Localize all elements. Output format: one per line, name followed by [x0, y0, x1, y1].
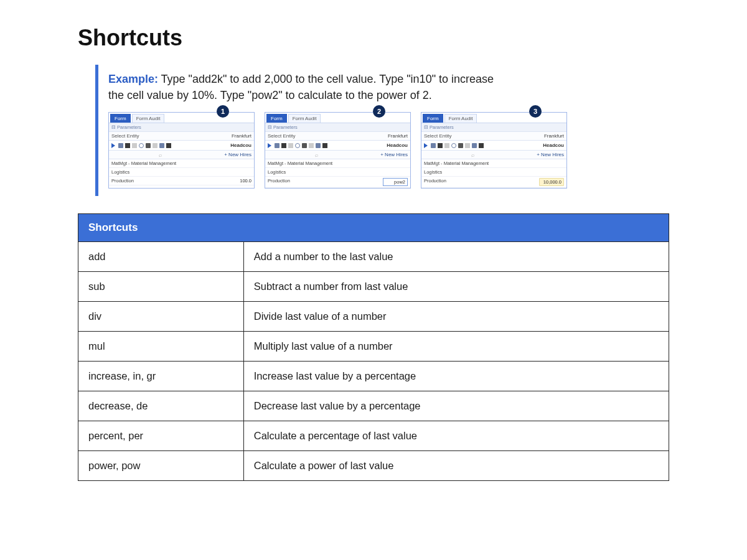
search-icon[interactable]: ⌕ [315, 152, 321, 158]
example-label: Example: [108, 73, 158, 85]
shortcut-key: percent, per [78, 421, 244, 451]
play-icon[interactable] [111, 143, 116, 148]
form-tabs: Form Form Audit [265, 113, 410, 123]
parameters-header: ⊟ Parameters [421, 123, 566, 132]
play-icon[interactable] [268, 143, 273, 148]
table-header: Shortcuts [78, 214, 669, 242]
tab-form[interactable]: Form [423, 114, 443, 123]
save-icon[interactable] [118, 143, 123, 148]
shortcut-desc: Calculate a percentage of last value [243, 421, 669, 451]
tool-icon[interactable] [322, 143, 327, 148]
table-row: percent, per Calculate a percentage of l… [78, 421, 669, 451]
entity-selector[interactable]: Select Entity Frankfurt [265, 132, 410, 141]
table-row: Production 100.0 [109, 177, 254, 185]
search-icon[interactable]: ⌕ [471, 152, 477, 158]
shortcut-key: increase, in, gr [78, 362, 244, 391]
new-hires-column: + New Hires [224, 152, 251, 157]
table-row: Logistics [265, 168, 410, 177]
tool-icon[interactable] [316, 143, 321, 148]
shortcut-desc: Increase last value by a percentage [243, 362, 669, 391]
tool-icon[interactable] [281, 143, 286, 148]
table-row: MatMgt - Material Management [109, 159, 254, 168]
row-value [383, 161, 408, 166]
shortcut-key: power, pow [78, 451, 244, 481]
entity-selector[interactable]: Select Entity Frankfurt [421, 132, 566, 141]
select-entity-value: Frankfurt [544, 133, 564, 139]
row-label: MatMgt - Material Management [268, 161, 332, 166]
refresh-icon[interactable] [295, 143, 300, 148]
tool-icon[interactable] [159, 143, 164, 148]
tool-icon[interactable] [125, 143, 130, 148]
headcount-label: Headcou [543, 142, 564, 148]
row-label: MatMgt - Material Management [111, 161, 176, 166]
row-value [383, 169, 408, 175]
shortcut-desc: Multiply last value of a number [243, 332, 669, 362]
screenshot-panel: 1 Form Form Audit ⊟ Parameters Select En… [108, 112, 255, 189]
new-hires-column: + New Hires [380, 152, 408, 157]
tab-form[interactable]: Form [266, 114, 287, 123]
shortcut-key: sub [78, 272, 244, 302]
shortcut-desc: Divide last value of a number [243, 302, 669, 332]
row-value [227, 161, 251, 166]
entity-selector[interactable]: Select Entity Frankfurt [109, 132, 254, 141]
row-value [227, 169, 251, 175]
table-row: decrease, de Decrease last value by a pe… [78, 391, 669, 421]
row-label: Logistics [424, 169, 442, 175]
row-label: Production [268, 178, 290, 186]
shortcut-key: decrease, de [78, 391, 244, 421]
table-row: Production pow2 [265, 177, 410, 188]
shortcut-key: mul [78, 332, 244, 362]
play-icon[interactable] [424, 143, 429, 148]
shortcuts-table: Shortcuts add Add a number to the last v… [78, 213, 669, 481]
select-entity-label: Select Entity [424, 133, 451, 139]
row-label: Production [424, 178, 446, 186]
screenshot-panel: 3 Form Form Audit ⊟ Parameters Select En… [421, 112, 567, 189]
tool-icon[interactable] [166, 143, 171, 148]
shortcut-key: add [78, 242, 244, 272]
table-row: Production 10,000.0 [421, 177, 566, 188]
tab-form[interactable]: Form [110, 114, 131, 123]
table-row: increase, in, gr Increase last value by … [78, 362, 669, 391]
shortcut-desc: Decrease last value by a percentage [243, 391, 669, 421]
tab-form-audit[interactable]: Form Audit [132, 114, 165, 123]
separator-icon [153, 143, 157, 148]
tool-icon[interactable] [472, 143, 477, 148]
tab-form-audit[interactable]: Form Audit [288, 114, 321, 123]
refresh-icon[interactable] [139, 143, 144, 148]
table-row: power, pow Calculate a power of last val… [78, 451, 669, 481]
row-label: MatMgt - Material Management [424, 161, 489, 166]
tool-icon[interactable] [146, 143, 151, 148]
save-icon[interactable] [275, 143, 280, 148]
tab-form-audit[interactable]: Form Audit [444, 114, 477, 123]
table-row: sub Subtract a number from last value [78, 272, 669, 302]
shortcut-key: div [78, 302, 244, 332]
save-icon[interactable] [431, 143, 436, 148]
select-entity-value: Frankfurt [388, 133, 408, 139]
shortcut-desc: Add a number to the last value [243, 242, 669, 272]
tool-icon[interactable] [479, 143, 484, 148]
separator-icon [132, 143, 137, 148]
tool-icon[interactable] [458, 143, 463, 148]
row-value[interactable]: pow2 [383, 178, 408, 186]
row-value [539, 169, 564, 175]
row-value: 10,000.0 [539, 178, 564, 186]
tool-icon[interactable] [438, 143, 443, 148]
table-row: mul Multiply last value of a number [78, 332, 669, 362]
example-text: Type "add2k" to add 2,000 to the cell va… [108, 73, 494, 101]
table-row: Logistics [109, 168, 254, 177]
search-icon[interactable]: ⌕ [159, 152, 165, 158]
new-hires-column: + New Hires [537, 152, 564, 157]
select-entity-value: Frankfurt [232, 133, 251, 139]
tool-icon[interactable] [302, 143, 307, 148]
example-screenshots: 1 Form Form Audit ⊟ Parameters Select En… [108, 112, 665, 189]
parameters-header: ⊟ Parameters [265, 123, 410, 132]
form-tabs: Form Form Audit [421, 113, 566, 123]
column-header-row: ⌕ + New Hires [421, 151, 566, 159]
column-header-row: ⌕ + New Hires [109, 151, 254, 159]
row-value [539, 161, 564, 166]
refresh-icon[interactable] [451, 143, 456, 148]
table-row: div Divide last value of a number [78, 302, 669, 332]
separator-icon [444, 143, 449, 148]
form-tabs: Form Form Audit [109, 113, 254, 123]
table-row: add Add a number to the last value [78, 242, 669, 272]
